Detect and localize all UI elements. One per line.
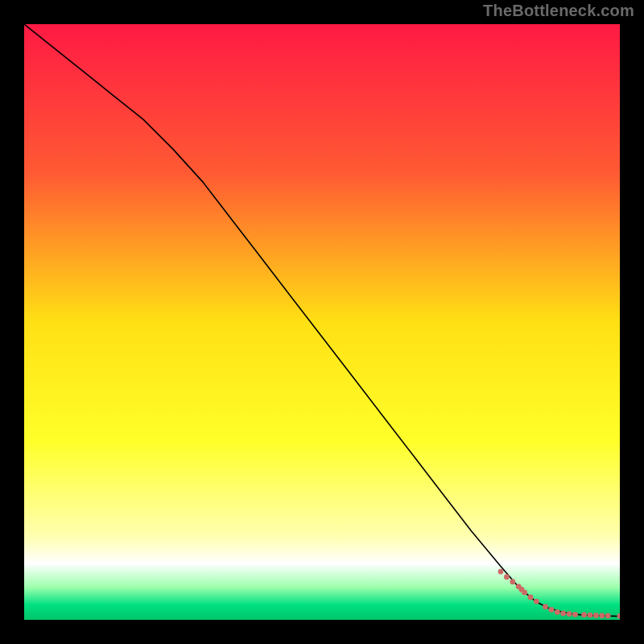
scatter-point [599,613,605,618]
scatter-point [572,612,578,617]
scatter-point [543,604,548,609]
gradient-background [24,24,620,620]
scatter-point [504,574,510,580]
scatter-point [510,579,515,584]
scatter-point [534,599,539,605]
attribution-label: TheBottleneck.com [483,2,634,20]
scatter-point [593,613,599,618]
scatter-point [560,610,566,616]
scatter-point [498,569,504,575]
scatter-point [605,613,611,618]
scatter-point [588,613,593,618]
plot-svg [24,24,620,620]
scatter-point [567,611,572,617]
scatter-point [555,609,560,615]
chart-frame: TheBottleneck.com [0,0,644,644]
scatter-point [549,607,555,613]
scatter-point [528,594,534,600]
scatter-point [581,612,587,617]
scatter-point [522,590,527,596]
plot-area [24,24,620,620]
